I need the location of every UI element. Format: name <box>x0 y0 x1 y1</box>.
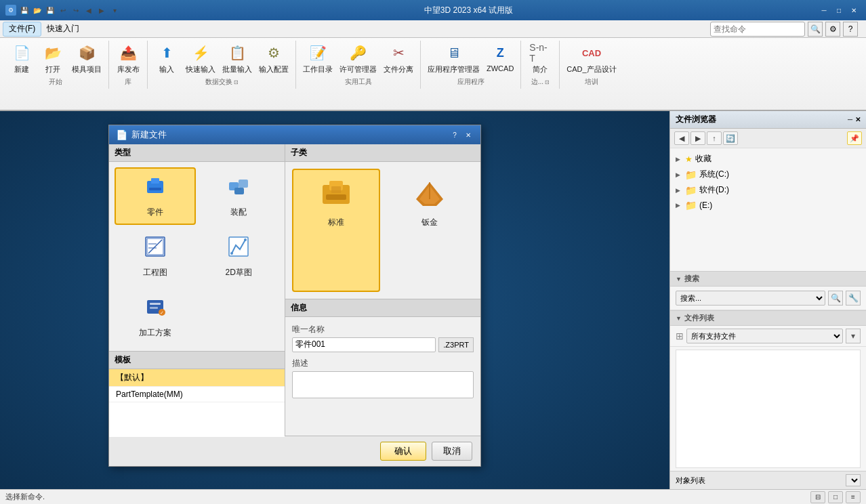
menu-quick-access[interactable]: 快速入门 <box>41 22 85 37</box>
new-file-icon: 📄 <box>11 42 33 64</box>
ribbon-zwcad-button[interactable]: Z ZWCAD <box>484 41 516 74</box>
template-default[interactable]: 【默认】 <box>109 369 285 387</box>
type-drawing[interactable]: 工程图 <box>115 228 196 285</box>
subtype-sheetmetal[interactable]: 钣金 <box>386 169 474 292</box>
status-grid-icon[interactable]: ⊟ <box>810 491 825 503</box>
window-controls: ─ □ ✕ <box>817 5 861 16</box>
search-section-header[interactable]: ▼ 搜索 <box>670 271 866 287</box>
ribbon-publish-button[interactable]: 📤 库发布 <box>113 41 143 76</box>
ribbon-items-edge: S-n-T 简介 <box>525 41 555 76</box>
template-list: 【默认】 PartTemplate(MM) <box>109 369 285 437</box>
browser-back-button[interactable]: ◀ <box>674 131 689 145</box>
file-list-section-header[interactable]: ▼ 文件列表 <box>670 310 866 326</box>
status-list-icon[interactable]: ≡ <box>846 491 861 503</box>
svg-rect-15 <box>150 303 161 305</box>
customize-icon[interactable]: ▾ <box>109 5 120 16</box>
workdir-icon: 📝 <box>307 42 329 64</box>
info-section: 信息 唯一名称 .Z3PRT 描述 <box>285 299 480 436</box>
ribbon-quick-import-button[interactable]: ⚡ 快速输入 <box>183 41 218 76</box>
undo-icon[interactable]: ↩ <box>58 5 68 16</box>
quick-import-icon: ⚡ <box>190 42 211 64</box>
mold-icon: 📦 <box>76 42 98 64</box>
ribbon-license-button[interactable]: 🔑 许可管理器 <box>337 41 379 76</box>
ribbon-group-library: 📤 库发布 库 <box>109 41 148 89</box>
ribbon-cad-button[interactable]: CAD CAD_产品设计 <box>564 41 619 76</box>
subtype-standard[interactable]: 标准 <box>292 169 380 292</box>
menu-file[interactable]: 文件(F) <box>3 22 41 37</box>
status-view-icon[interactable]: □ <box>828 491 843 503</box>
ribbon-intro-button[interactable]: S-n-T 简介 <box>525 41 555 76</box>
forward-icon[interactable]: ▶ <box>96 5 107 16</box>
svg-point-13 <box>244 238 247 241</box>
search-go-button[interactable]: 🔍 <box>828 291 843 306</box>
open-icon[interactable]: 📂 <box>32 5 43 16</box>
software-d-folder-icon: 📁 <box>685 185 697 196</box>
dialog-help-button[interactable]: ? <box>449 129 460 140</box>
edge-expand-icon[interactable]: ⊡ <box>545 79 550 85</box>
object-list-select[interactable] <box>846 474 861 486</box>
ribbon-batch-button[interactable]: 📋 批量输入 <box>220 41 255 76</box>
file-filter-down-icon[interactable]: ▾ <box>846 329 861 343</box>
search-row: 搜索... 🔍 🔧 <box>676 291 861 306</box>
ribbon-workdir-button[interactable]: 📝 工作目录 <box>300 41 335 76</box>
ribbon-open-button[interactable]: 📂 打开 <box>38 41 68 76</box>
type-assembly[interactable]: 装配 <box>199 167 280 225</box>
search-input[interactable] <box>710 22 805 37</box>
redo-icon[interactable]: ↪ <box>70 5 81 16</box>
tree-drive-e[interactable]: ▶ 📁 (E:) <box>670 198 866 213</box>
browser-pin-button[interactable]: 📌 <box>847 131 862 145</box>
file-filter-select[interactable]: 所有支持文件 <box>686 329 843 343</box>
ok-button[interactable]: 确认 <box>380 442 426 461</box>
type-sketch[interactable]: 2D草图 <box>199 228 280 285</box>
search-select[interactable]: 搜索... <box>676 291 825 306</box>
back-icon[interactable]: ◀ <box>83 5 94 16</box>
svg-point-12 <box>230 252 233 255</box>
ribbon-split-button[interactable]: ✂ 文件分离 <box>381 41 416 76</box>
ribbon-group-apps: 🖥 应用程序管理器 Z ZWCAD 应用程序 <box>421 41 521 89</box>
ribbon-group-training: CAD CAD_产品设计 培训 <box>560 41 623 89</box>
maximize-button[interactable]: □ <box>832 5 846 16</box>
info-section-header: 信息 <box>285 299 480 317</box>
dialog-close-button[interactable]: ✕ <box>463 129 474 140</box>
dialog-left-panel: 类型 零件 <box>109 144 285 436</box>
ribbon-appmgr-button[interactable]: 🖥 应用程序管理器 <box>425 41 482 76</box>
drive-e-expand-icon: ▶ <box>676 202 682 209</box>
cad-icon: CAD <box>581 42 602 64</box>
panel-minimize-icon[interactable]: ─ <box>848 116 852 123</box>
ribbon-config-button[interactable]: ⚙ 输入配置 <box>256 41 291 76</box>
save-icon[interactable]: 💾 <box>19 5 30 16</box>
browser-refresh-button[interactable]: 🔄 <box>723 131 738 145</box>
close-button[interactable]: ✕ <box>847 5 861 16</box>
save2-icon[interactable]: 💾 <box>45 5 56 16</box>
browser-up-button[interactable]: ↑ <box>707 131 722 145</box>
std-icon <box>319 175 353 214</box>
file-filter-icon: ⊞ <box>676 331 684 341</box>
panel-header-controls: ─ ✕ <box>848 116 861 123</box>
description-input[interactable] <box>292 371 474 398</box>
tree-software-d[interactable]: ▶ 📁 软件(D:) <box>670 182 866 198</box>
batch-icon: 📋 <box>226 42 248 64</box>
unique-name-input[interactable] <box>292 337 436 352</box>
utilities-group-label: 实用工具 <box>345 76 372 89</box>
settings-button[interactable]: ⚙ <box>825 22 840 37</box>
template-part-mm[interactable]: PartTemplate(MM) <box>109 387 285 402</box>
license-label: 许可管理器 <box>339 64 377 75</box>
exchange-expand-icon[interactable]: ⊡ <box>234 79 239 85</box>
help-button[interactable]: ? <box>843 22 858 37</box>
cancel-button[interactable]: 取消 <box>432 442 472 461</box>
browser-forward-button[interactable]: ▶ <box>690 131 705 145</box>
ribbon-new-button[interactable]: 📄 新建 <box>7 41 37 76</box>
process-label: 加工方案 <box>139 327 171 339</box>
object-list-controls <box>846 474 861 486</box>
minimize-button[interactable]: ─ <box>817 5 831 16</box>
tree-favorites[interactable]: ▶ ★ 收藏 <box>670 151 866 167</box>
tree-system-c[interactable]: ▶ 📁 系统(C:) <box>670 167 866 182</box>
type-process[interactable]: ✓ 加工方案 <box>115 288 196 345</box>
ribbon-import-button[interactable]: ⬆ 输入 <box>152 41 182 76</box>
panel-close-icon[interactable]: ✕ <box>855 116 861 123</box>
ribbon-mold-button[interactable]: 📦 模具项目 <box>69 41 104 76</box>
type-part[interactable]: 零件 <box>115 167 196 225</box>
search-button[interactable]: 🔍 <box>808 22 823 37</box>
file-list-section-label: 文件列表 <box>684 313 714 323</box>
search-filter-button[interactable]: 🔧 <box>846 291 861 306</box>
